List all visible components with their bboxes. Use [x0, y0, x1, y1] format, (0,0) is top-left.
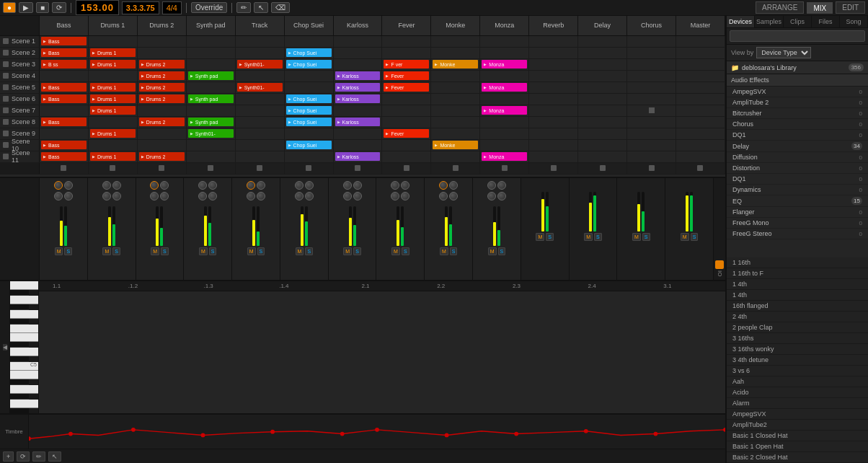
stop-btn-monza[interactable]: [480, 163, 529, 174]
clip-chopsuei-s8[interactable]: Chop Suei: [285, 117, 334, 128]
preset-basic1-open[interactable]: Basic 1 Open Hat: [727, 441, 868, 452]
clip-bass-s11[interactable]: Bass: [40, 151, 89, 162]
clip-chopsuei-s6[interactable]: Chop Suei: [285, 94, 334, 105]
device-diffusion[interactable]: Diffusion 0: [727, 152, 868, 163]
search-input[interactable]: [730, 30, 865, 42]
scene-play-2[interactable]: [3, 50, 9, 56]
clip-reverb-s11[interactable]: [529, 151, 578, 162]
clip-fever-s11[interactable]: [382, 151, 431, 162]
clip-reverb-s5[interactable]: [529, 82, 578, 93]
clip-chopsuei-s4[interactable]: [285, 71, 334, 81]
scene-play-4[interactable]: [3, 73, 9, 79]
device-distortion[interactable]: Distortion 0: [727, 163, 868, 174]
scene-play-9[interactable]: [3, 131, 9, 136]
clip-master-s9[interactable]: [676, 128, 725, 139]
clip-reverb-s7[interactable]: [529, 105, 578, 116]
cursor-btn[interactable]: ↖: [254, 2, 268, 13]
piano-key-G4[interactable]: [10, 400, 38, 408]
tab-song[interactable]: Song: [840, 16, 868, 27]
scene-label-7[interactable]: Scene 7: [0, 105, 40, 116]
clip-karloss-s11[interactable]: Karloss: [334, 151, 383, 162]
clip-drums2-s7[interactable]: [138, 105, 187, 116]
stop-btn-master[interactable]: [676, 163, 725, 174]
scene-label-5[interactable]: Scene 5: [0, 82, 40, 93]
clip-karloss-s5[interactable]: Karloss: [334, 82, 383, 93]
clip-reverb-s8[interactable]: [529, 117, 578, 128]
stop-btn-chopsuei[interactable]: [285, 163, 334, 174]
clip-karloss-s2[interactable]: [334, 48, 383, 58]
solo-track[interactable]: S: [257, 247, 265, 255]
clip-reverb-s10[interactable]: [529, 140, 578, 151]
preset-alarm[interactable]: Alarm: [727, 398, 868, 409]
clip-chopsuei-s7[interactable]: Chop Suei: [285, 105, 334, 116]
clip-delay-s7[interactable]: [578, 105, 627, 116]
tab-arrange[interactable]: ARRANGE: [756, 1, 804, 14]
clip-reverb-s1[interactable]: [529, 36, 578, 47]
stop-btn-synthpad[interactable]: [187, 163, 236, 174]
stop-btn-track[interactable]: [236, 163, 285, 174]
clip-drums1-s7[interactable]: Drums 1: [89, 105, 138, 116]
clip-fever-s2[interactable]: [382, 48, 431, 58]
io-button[interactable]: [715, 260, 724, 269]
piano-key-Bb5[interactable]: [10, 290, 29, 296]
tab-mix[interactable]: MIX: [807, 2, 833, 14]
solo-delay[interactable]: S: [594, 233, 602, 241]
clip-monza-s9[interactable]: [480, 128, 529, 139]
clip-chopsuei-s3[interactable]: Chop Suei: [285, 59, 334, 70]
mute-monza[interactable]: M: [488, 247, 497, 255]
clip-chorus-s1[interactable]: [627, 36, 676, 47]
clip-track-s5[interactable]: Synth01-: [236, 82, 285, 93]
clip-monza-s8[interactable]: [480, 117, 529, 128]
device-chorus[interactable]: Chorus 0: [727, 119, 868, 130]
piano-key-B5[interactable]: [10, 281, 38, 290]
preset-1-4th-2[interactable]: 1 4th: [727, 290, 868, 301]
clip-track-s1[interactable]: [236, 36, 285, 47]
mute-karloss[interactable]: M: [343, 247, 352, 255]
clip-monza-s1[interactable]: [480, 36, 529, 47]
clip-delay-s6[interactable]: [578, 94, 627, 105]
clip-chopsuei-s10[interactable]: Chop Suei: [285, 140, 334, 151]
mute-chorus[interactable]: M: [632, 233, 641, 241]
clip-track-s2[interactable]: [236, 48, 285, 58]
solo-karloss[interactable]: S: [353, 247, 361, 255]
scene-play-7[interactable]: [3, 107, 9, 113]
clip-synthpad-s6[interactable]: Synth pad: [187, 94, 236, 105]
knob-pan-drums1[interactable]: [112, 181, 121, 190]
preset-1-16th-f[interactable]: 1 16th to F: [727, 268, 868, 279]
clip-monza-s6[interactable]: [480, 94, 529, 105]
piano-key-A4[interactable]: [10, 385, 38, 394]
knob-pan-drums2[interactable]: [160, 181, 169, 190]
clip-chopsuei-s11[interactable]: [285, 151, 334, 162]
device-dynamics[interactable]: Dynamics 0: [727, 185, 868, 195]
clip-bass-s6[interactable]: Bass: [40, 94, 89, 105]
preset-1-4th-1[interactable]: 1 4th: [727, 279, 868, 290]
scene-label-2[interactable]: Scene 2: [0, 48, 40, 58]
clip-delay-s1[interactable]: [578, 36, 627, 47]
clip-delay-s11[interactable]: [578, 151, 627, 162]
clip-chorus-s4[interactable]: [627, 71, 676, 81]
clip-chorus-s8[interactable]: [627, 117, 676, 128]
clip-delay-s10[interactable]: [578, 140, 627, 151]
clip-bass-s3[interactable]: B ss: [40, 59, 89, 70]
piano-key-Bb4[interactable]: [10, 379, 29, 385]
clip-chopsuei-s5[interactable]: [285, 82, 334, 93]
clip-fever-s6[interactable]: [382, 94, 431, 105]
scene-label-8[interactable]: Scene 8: [0, 117, 40, 128]
clip-karloss-s8[interactable]: Karloss: [334, 117, 383, 128]
clip-chorus-s3[interactable]: [627, 59, 676, 70]
clip-monke-s3[interactable]: Monke: [431, 59, 480, 70]
clip-fever-s1[interactable]: [382, 36, 431, 47]
clip-track-s11[interactable]: [236, 151, 285, 162]
clip-delay-s8[interactable]: [578, 117, 627, 128]
clip-bass-s8[interactable]: Bass: [40, 117, 89, 128]
mute-fever[interactable]: M: [391, 247, 400, 255]
clip-monke-s10[interactable]: Monke: [431, 140, 480, 151]
device-freeg-mono[interactable]: FreeG Mono 0: [727, 218, 868, 229]
piano-key-G5[interactable]: [10, 310, 38, 319]
clip-monza-s3[interactable]: Monza: [480, 59, 529, 70]
clip-monza-s2[interactable]: [480, 48, 529, 58]
library-header[interactable]: 📁 deblosara's Library 356: [727, 61, 868, 74]
stop-btn-karloss[interactable]: [334, 163, 383, 174]
scene-play-6[interactable]: [3, 96, 9, 102]
clip-chopsuei-s2[interactable]: Chop Suei: [285, 48, 334, 58]
